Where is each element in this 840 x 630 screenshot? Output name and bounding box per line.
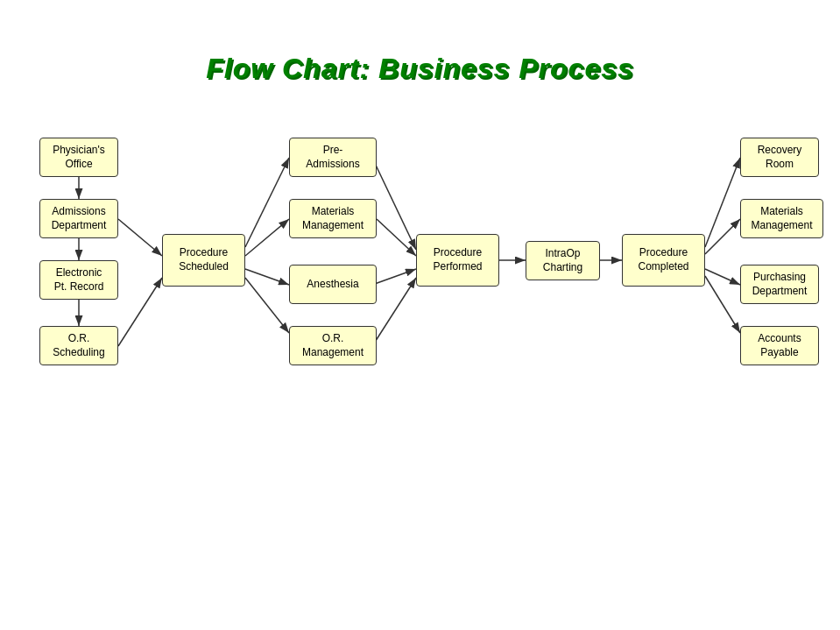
svg-line-19 — [705, 269, 740, 285]
electronic-pt-record-box: ElectronicPt. Record — [39, 260, 118, 300]
svg-line-18 — [705, 219, 740, 254]
accounts-payable-box: AccountsPayable — [740, 326, 819, 365]
physicians-office-box: Physician'sOffice — [39, 138, 118, 177]
materials-management-2-box: MaterialsManagement — [740, 199, 823, 238]
procedure-performed-box: ProcedurePerformed — [416, 234, 499, 287]
materials-management-1-box: MaterialsManagement — [289, 199, 377, 238]
page-title: Flow Chart: Business Process — [0, 0, 840, 85]
svg-line-11 — [372, 158, 416, 250]
svg-line-17 — [705, 158, 740, 247]
arrows-svg — [0, 94, 840, 584]
anesthesia-box: Anesthesia — [289, 265, 377, 304]
procedure-scheduled-box: ProcedureScheduled — [162, 234, 245, 287]
svg-line-9 — [245, 269, 289, 285]
svg-line-14 — [372, 278, 416, 346]
admissions-department-box: AdmissionsDepartment — [39, 199, 118, 238]
procedure-completed-box: ProcedureCompleted — [622, 234, 705, 287]
svg-line-6 — [118, 219, 162, 256]
svg-line-20 — [705, 276, 740, 333]
svg-line-10 — [245, 278, 289, 333]
svg-line-13 — [372, 269, 416, 285]
svg-line-12 — [377, 219, 416, 256]
svg-line-5 — [118, 278, 162, 346]
purchasing-department-box: PurchasingDepartment — [740, 265, 819, 304]
or-scheduling-box: O.R.Scheduling — [39, 326, 118, 365]
recovery-room-box: RecoveryRoom — [740, 138, 819, 177]
svg-line-7 — [245, 158, 289, 247]
svg-line-8 — [245, 219, 289, 256]
flowchart: Physician'sOffice AdmissionsDepartment E… — [0, 94, 840, 584]
pre-admissions-box: Pre-Admissions — [289, 138, 377, 177]
or-management-box: O.R.Management — [289, 326, 377, 365]
intraop-charting-box: IntraOpCharting — [526, 241, 600, 280]
